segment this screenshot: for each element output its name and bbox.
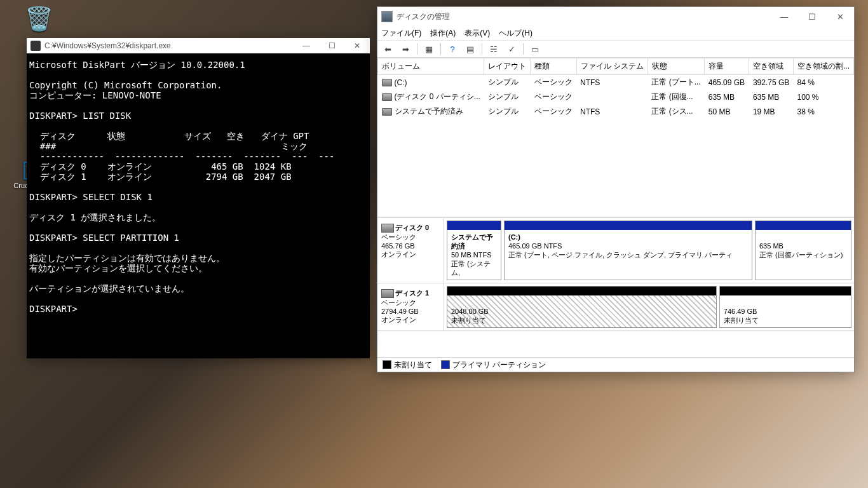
toolbar-icon[interactable]: ▦ (421, 41, 437, 57)
recycle-bin-icon[interactable]: 🗑️ (15, 6, 62, 32)
col-capacity[interactable]: 容量 (705, 58, 749, 75)
legend-swatch-unallocated (383, 360, 391, 369)
volume-row[interactable]: (C:)シンプルベーシックNTFS正常 (ブート...465.09 GB392.… (378, 75, 854, 90)
col-layout[interactable]: レイアウト (484, 58, 531, 75)
dm-titlebar[interactable]: ディスクの管理 — ☐ ✕ (377, 7, 854, 26)
toolbar-icon[interactable]: ▭ (527, 41, 543, 57)
menu-help[interactable]: ヘルプ(H) (499, 28, 532, 39)
console-titlebar[interactable]: C:¥Windows¥System32¥diskpart.exe — ☐ ✕ (27, 38, 370, 53)
disk-icon (381, 224, 394, 233)
trash-icon: 🗑️ (15, 6, 62, 32)
volume-row[interactable]: システムで予約済みシンプルベーシックNTFS正常 (シス...50 MB19 M… (378, 104, 854, 119)
disk-header[interactable]: ディスク 0 ベーシック 465.76 GB オンライン (377, 218, 444, 283)
maximize-button[interactable]: ☐ (798, 7, 826, 26)
partition-c[interactable]: (C:)465.09 GB NTFS正常 (ブート, ページ ファイル, クラッ… (504, 220, 752, 280)
maximize-button[interactable]: ☐ (319, 38, 344, 53)
dm-toolbar: ⬅ ➡ ▦ ? ▤ ☵ ✓ ▭ (377, 41, 854, 58)
console-icon (31, 41, 41, 51)
disk-icon (381, 289, 394, 298)
help-icon[interactable]: ? (445, 41, 460, 57)
back-button[interactable]: ⬅ (380, 41, 395, 57)
col-status[interactable]: 状態 (648, 58, 704, 75)
partition-unallocated-2[interactable]: 746.49 GB未割り当て (719, 286, 851, 328)
minimize-button[interactable]: — (294, 38, 319, 53)
toolbar-icon[interactable]: ▤ (463, 41, 478, 57)
minimize-button[interactable]: — (770, 7, 798, 26)
partition-system-reserved[interactable]: システムで予約済50 MB NTFS正常 (システム, (447, 220, 501, 280)
partition-unallocated-1[interactable]: 2048.00 GB未割り当て (447, 286, 717, 328)
menu-action[interactable]: 操作(A) (430, 28, 456, 39)
legend-swatch-primary (441, 360, 450, 369)
forward-button[interactable]: ➡ (398, 41, 413, 57)
close-button[interactable]: ✕ (344, 38, 370, 53)
disk-graphical-view[interactable]: ディスク 0 ベーシック 465.76 GB オンライン システムで予約済50 … (377, 218, 854, 357)
partition-recovery[interactable]: 635 MB正常 (回復パーティション) (755, 220, 851, 280)
col-type[interactable]: 種類 (531, 58, 576, 75)
col-pct[interactable]: 空き領域の割... (793, 58, 853, 75)
dm-app-icon (381, 11, 393, 22)
disk-row-0[interactable]: ディスク 0 ベーシック 465.76 GB オンライン システムで予約済50 … (377, 218, 854, 283)
console-output[interactable]: Microsoft DiskPart バージョン 10.0.22000.1 Co… (27, 53, 370, 316)
dm-legend: 未割り当て プライマリ パーティション (377, 357, 854, 372)
disk-management-window[interactable]: ディスクの管理 — ☐ ✕ ファイル(F) 操作(A) 表示(V) ヘルプ(H)… (377, 6, 855, 372)
close-button[interactable]: ✕ (826, 7, 854, 26)
dm-menubar[interactable]: ファイル(F) 操作(A) 表示(V) ヘルプ(H) (377, 26, 854, 41)
console-title-text: C:¥Windows¥System32¥diskpart.exe (44, 41, 294, 50)
diskpart-console-window[interactable]: C:¥Windows¥System32¥diskpart.exe — ☐ ✕ M… (27, 38, 370, 358)
toolbar-icon[interactable]: ✓ (504, 41, 519, 57)
menu-file[interactable]: ファイル(F) (381, 28, 421, 39)
col-free[interactable]: 空き領域 (749, 58, 794, 75)
dm-title-text: ディスクの管理 (397, 11, 770, 22)
disk-header[interactable]: ディスク 1 ベーシック 2794.49 GB オンライン (377, 283, 444, 330)
col-volume[interactable]: ボリューム (378, 58, 484, 75)
volume-list[interactable]: ボリューム レイアウト 種類 ファイル システム 状態 容量 空き領域 空き領域… (377, 58, 854, 218)
col-fs[interactable]: ファイル システム (576, 58, 648, 75)
disk-row-1[interactable]: ディスク 1 ベーシック 2794.49 GB オンライン 2048.00 GB… (377, 283, 854, 331)
volume-row[interactable]: (ディスク 0 パーティシ...シンプルベーシック正常 (回復...635 MB… (378, 90, 854, 104)
toolbar-icon[interactable]: ☵ (486, 41, 501, 57)
menu-view[interactable]: 表示(V) (465, 28, 490, 39)
